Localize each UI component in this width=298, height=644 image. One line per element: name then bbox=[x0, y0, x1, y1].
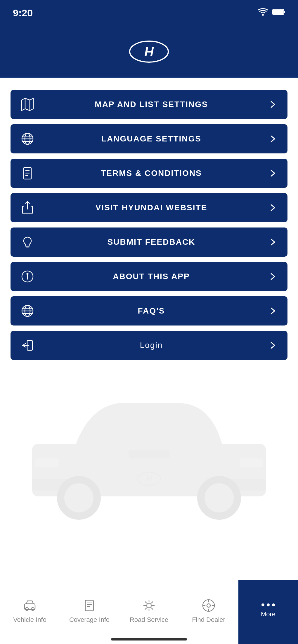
faqs-chevron bbox=[267, 305, 279, 317]
app-header: H bbox=[0, 26, 298, 78]
car-nav-icon bbox=[22, 598, 37, 613]
svg-rect-3 bbox=[273, 10, 283, 14]
terms-conditions-chevron bbox=[267, 167, 279, 179]
terms-conditions-button[interactable]: TERMS & CONDITIONS bbox=[11, 159, 287, 188]
svg-rect-41 bbox=[240, 459, 263, 467]
location-nav-icon bbox=[201, 598, 216, 613]
vehicle-info-label: Vehicle Info bbox=[13, 616, 46, 624]
login-button[interactable]: Login bbox=[11, 331, 287, 360]
svg-rect-40 bbox=[35, 459, 58, 467]
share-icon bbox=[19, 200, 36, 216]
svg-rect-35 bbox=[129, 450, 169, 459]
find-dealer-label: Find Dealer bbox=[192, 616, 225, 624]
svg-point-37 bbox=[64, 483, 93, 512]
submit-feedback-label: SUBMIT FEEDBACK bbox=[36, 237, 267, 247]
about-app-chevron bbox=[267, 271, 279, 282]
battery-icon bbox=[272, 8, 285, 18]
login-label: Login bbox=[36, 341, 267, 350]
lightbulb-icon bbox=[19, 234, 36, 250]
svg-point-24 bbox=[27, 273, 28, 275]
map-list-settings-chevron bbox=[267, 99, 279, 110]
coverage-nav-icon bbox=[82, 598, 97, 613]
car-background: H bbox=[11, 365, 287, 593]
road-service-label: Road Service bbox=[130, 616, 168, 624]
svg-marker-6 bbox=[22, 98, 33, 111]
svg-point-45 bbox=[25, 608, 28, 610]
svg-rect-2 bbox=[284, 11, 285, 13]
language-settings-label: LANGUAGE SETTINGS bbox=[36, 134, 267, 144]
language-settings-button[interactable]: LANGUAGE SETTINGS bbox=[11, 124, 287, 153]
submit-feedback-chevron bbox=[267, 236, 279, 248]
svg-point-46 bbox=[31, 608, 34, 610]
nav-find-dealer[interactable]: Find Dealer bbox=[179, 580, 238, 644]
map-list-settings-label: MAP AND LIST SETTINGS bbox=[36, 100, 267, 109]
about-app-label: ABOUT THIS APP bbox=[36, 272, 267, 281]
nav-more[interactable]: More bbox=[238, 580, 298, 644]
coverage-info-label: Coverage Info bbox=[69, 616, 110, 624]
nav-road-service[interactable]: Road Service bbox=[119, 580, 179, 644]
info-icon bbox=[19, 268, 36, 285]
main-content: MAP AND LIST SETTINGS LANGUAGE SETTINGS bbox=[0, 78, 298, 593]
terms-conditions-label: TERMS & CONDITIONS bbox=[36, 169, 267, 178]
svg-rect-14 bbox=[24, 167, 31, 179]
svg-point-39 bbox=[205, 483, 234, 512]
nav-coverage-info[interactable]: Coverage Info bbox=[60, 580, 119, 644]
globe-icon bbox=[19, 131, 36, 147]
submit-feedback-button[interactable]: SUBMIT FEEDBACK bbox=[11, 228, 287, 257]
svg-point-53 bbox=[207, 604, 210, 607]
status-time: 9:20 bbox=[13, 7, 33, 19]
home-indicator bbox=[111, 638, 187, 640]
dots-icon bbox=[261, 603, 275, 606]
status-icons bbox=[258, 8, 285, 18]
language-settings-chevron bbox=[267, 133, 279, 145]
svg-point-51 bbox=[147, 603, 151, 608]
wifi-icon bbox=[258, 8, 268, 18]
bottom-nav: Vehicle Info Coverage Info Road Service … bbox=[0, 580, 298, 644]
status-bar: 9:20 bbox=[0, 0, 298, 26]
faqs-label: FAQ's bbox=[36, 306, 267, 316]
map-icon bbox=[19, 96, 36, 113]
visit-website-chevron bbox=[267, 202, 279, 214]
svg-text:H: H bbox=[146, 474, 152, 483]
login-chevron bbox=[267, 340, 279, 351]
svg-rect-47 bbox=[85, 600, 93, 611]
car-silhouette-svg: H bbox=[18, 377, 280, 523]
globe2-icon bbox=[19, 303, 36, 319]
svg-rect-44 bbox=[25, 604, 35, 610]
hyundai-logo: H bbox=[129, 40, 169, 63]
document-icon bbox=[19, 165, 36, 181]
more-label: More bbox=[261, 610, 276, 618]
svg-point-0 bbox=[262, 14, 264, 16]
login-icon bbox=[19, 337, 36, 354]
about-app-button[interactable]: ABOUT THIS APP bbox=[11, 262, 287, 291]
nav-vehicle-info[interactable]: Vehicle Info bbox=[0, 580, 60, 644]
visit-website-label: VISIT Hyundai WEBSITE bbox=[36, 203, 267, 212]
gear-nav-icon bbox=[141, 598, 157, 613]
visit-website-button[interactable]: VISIT Hyundai WEBSITE bbox=[11, 193, 287, 222]
map-list-settings-button[interactable]: MAP AND LIST SETTINGS bbox=[11, 90, 287, 119]
svg-text:H: H bbox=[144, 45, 154, 59]
faqs-button[interactable]: FAQ's bbox=[11, 296, 287, 326]
